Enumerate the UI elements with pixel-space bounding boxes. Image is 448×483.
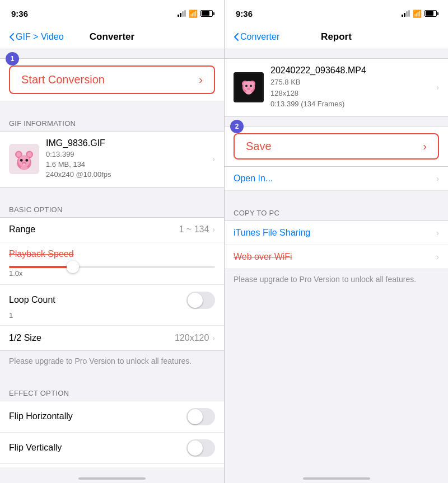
signal-icon-right xyxy=(402,10,410,17)
time-right: 9:36 xyxy=(236,9,253,18)
gif-chevron: › xyxy=(212,154,215,163)
playback-speed-label: Playback Speed xyxy=(9,249,215,259)
range-value: 1 ~ 134 xyxy=(179,224,209,235)
svg-point-7 xyxy=(25,159,28,162)
upgrade-notice-right: Please upgrade to Pro Version to unlock … xyxy=(225,269,448,289)
open-in-row[interactable]: Open In... › xyxy=(225,167,448,191)
loop-count-value: 1 xyxy=(0,311,224,325)
save-label: Save xyxy=(246,140,272,153)
gif-filename: IMG_9836.GIF xyxy=(46,138,212,148)
loop-count-toggle[interactable] xyxy=(186,292,215,309)
back-button-right[interactable]: Converter xyxy=(234,32,279,42)
section-copy: COPY TO PC xyxy=(225,200,448,221)
save-button[interactable]: Save › xyxy=(234,133,439,160)
video-meta: 275.8 KB 128x128 0:13.399 (134 Frames) xyxy=(270,77,436,110)
flip-v-toggle[interactable] xyxy=(186,439,215,457)
loop-count-label-row: Loop Count xyxy=(0,285,224,311)
start-conversion-label: Start Conversion xyxy=(21,73,105,86)
web-wifi-label: Web over WiFi xyxy=(234,252,436,262)
back-label-right: Converter xyxy=(240,32,279,42)
video-filename: 20240222_093648.MP4 xyxy=(270,65,436,76)
itunes-label: iTunes File Sharing xyxy=(234,228,436,238)
video-chevron: › xyxy=(436,83,439,92)
status-bar-right: 9:36 📶 xyxy=(225,0,448,25)
open-in-label: Open In... xyxy=(234,173,436,184)
battery-icon-right xyxy=(424,10,437,17)
time-left: 9:36 xyxy=(11,9,28,18)
web-wifi-row[interactable]: Web over WiFi › xyxy=(225,245,448,269)
effect-options-card: Flip Horizontally Flip Vertically Rotati… xyxy=(0,401,224,467)
itunes-chevron: › xyxy=(436,228,439,237)
section-basic: BASIC OPTION xyxy=(0,196,224,217)
status-icons-left: 📶 xyxy=(178,10,213,18)
save-section: 2 Save › xyxy=(225,126,448,167)
start-conversion-section: 1 Start Conversion › xyxy=(0,58,224,101)
range-chevron: › xyxy=(212,225,215,234)
flip-h-row[interactable]: Flip Horizontally xyxy=(0,401,224,433)
right-content: 20240222_093648.MP4 275.8 KB 128x128 0:1… xyxy=(225,49,448,467)
start-conversion-chevron: › xyxy=(199,73,203,86)
left-panel: 9:36 📶 GIF > Video Converter 1 Start xyxy=(0,0,224,483)
playback-speed-row: Playback Speed xyxy=(0,242,224,259)
back-label-left: GIF > Video xyxy=(16,32,64,42)
svg-point-4 xyxy=(27,152,32,157)
right-panel: 9:36 📶 Converter Report xyxy=(224,0,448,483)
flip-v-label: Flip Vertically xyxy=(9,443,186,453)
svg-point-17 xyxy=(244,82,254,92)
nav-bar-right: Converter Report xyxy=(225,25,448,49)
half-size-row[interactable]: 1/2 Size 120x120 › xyxy=(0,326,224,350)
gif-thumbnail xyxy=(9,144,39,174)
open-in-chevron: › xyxy=(436,174,439,183)
start-conversion-button[interactable]: Start Conversion › xyxy=(9,65,215,94)
nav-bar-left: GIF > Video Converter xyxy=(0,25,224,49)
wifi-icon-right: 📶 xyxy=(413,10,422,18)
nav-title-right: Report xyxy=(321,31,352,43)
status-bar-left: 9:36 📶 xyxy=(0,0,224,25)
range-label: Range xyxy=(9,224,179,235)
playback-speed-slider[interactable]: 1.0x xyxy=(0,259,224,284)
battery-icon xyxy=(200,10,213,17)
signal-icon xyxy=(178,10,186,17)
playback-speed-value: 1.0x xyxy=(9,269,215,278)
itunes-row[interactable]: iTunes File Sharing › xyxy=(225,221,448,245)
back-button-left[interactable]: GIF > Video xyxy=(9,32,64,42)
half-size-label: 1/2 Size xyxy=(9,333,175,343)
home-indicator-right xyxy=(225,467,448,483)
upgrade-notice-basic: Please upgrade to Pro Version to unlock … xyxy=(0,351,224,371)
half-size-chevron: › xyxy=(212,334,215,343)
range-row[interactable]: Range 1 ~ 134 › xyxy=(0,218,224,242)
svg-point-19 xyxy=(250,85,252,87)
step2-badge: 2 xyxy=(230,120,244,133)
gif-details: IMG_9836.GIF 0:13.399 1.6 MB, 134 240x24… xyxy=(46,138,212,180)
flip-h-label: Flip Horizontally xyxy=(9,411,186,421)
home-indicator-left xyxy=(0,467,224,483)
svg-point-21 xyxy=(245,91,251,95)
video-details: 20240222_093648.MP4 275.8 KB 128x128 0:1… xyxy=(270,65,436,110)
nav-title-left: Converter xyxy=(90,31,134,43)
save-chevron: › xyxy=(423,140,427,153)
step1-badge: 1 xyxy=(6,52,19,65)
svg-point-18 xyxy=(245,85,248,87)
video-thumbnail xyxy=(234,72,264,102)
status-icons-right: 📶 xyxy=(402,10,437,18)
basic-options-card: Range 1 ~ 134 › Playback Speed 1.0x xyxy=(0,217,224,351)
svg-point-9 xyxy=(23,163,26,165)
svg-point-5 xyxy=(18,156,30,167)
flip-h-toggle[interactable] xyxy=(186,408,215,425)
svg-point-6 xyxy=(20,159,23,162)
flip-v-row[interactable]: Flip Vertically xyxy=(0,433,224,464)
svg-point-3 xyxy=(16,152,21,157)
web-wifi-chevron: › xyxy=(436,252,439,261)
loop-count-label: Loop Count xyxy=(9,295,186,305)
svg-point-10 xyxy=(21,166,28,170)
section-effect: EFFECT OPTION xyxy=(0,380,224,401)
gif-meta: 0:13.399 1.6 MB, 134 240x240 @10.00fps xyxy=(46,149,212,180)
video-info-row[interactable]: 20240222_093648.MP4 275.8 KB 128x128 0:1… xyxy=(225,58,448,117)
wifi-icon: 📶 xyxy=(189,10,198,18)
left-content: 1 Start Conversion › GIF INFORMATION xyxy=(0,49,224,467)
section-gif-info: GIF INFORMATION xyxy=(0,110,224,131)
half-size-value: 120x120 xyxy=(175,333,209,343)
svg-point-20 xyxy=(247,88,250,90)
gif-info-row[interactable]: IMG_9836.GIF 0:13.399 1.6 MB, 134 240x24… xyxy=(0,131,224,187)
